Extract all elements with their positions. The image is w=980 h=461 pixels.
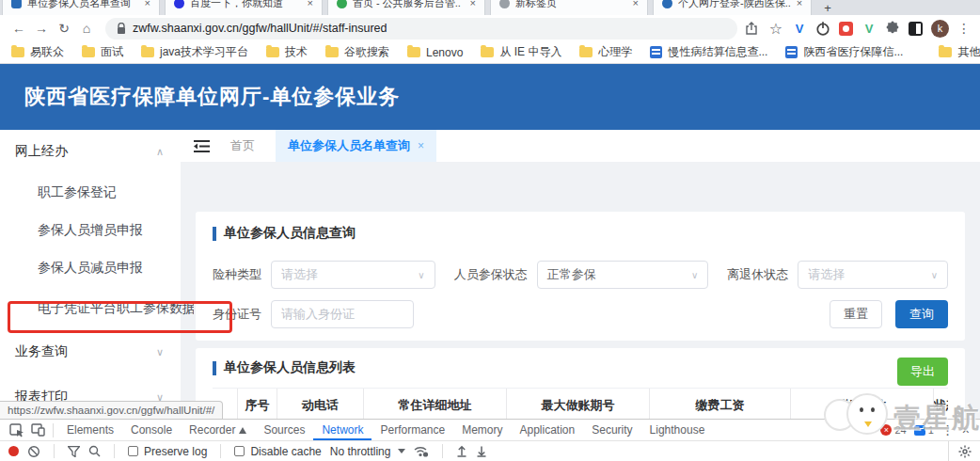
bookmark-folder[interactable]: 从 IE 中导入 [481, 44, 561, 60]
home-icon[interactable]: ⌂ [75, 17, 98, 40]
sidebar-item-remove-insured[interactable]: 参保人员减员申报 [0, 249, 181, 287]
url-bar[interactable]: zwfw.shaanxi.gov.cn/ggfw/hallUnit/#/staf… [105, 18, 737, 40]
devtools-tab-application[interactable]: Application [512, 420, 584, 440]
table-header-row: 序号 动电话 常住详细地址 最大做账期号 缴费工资 缴费基数 状态 [213, 388, 948, 419]
sidebar-group-online-handling[interactable]: 网上经办 ∧ [0, 130, 181, 173]
sidebar-item-label: 参保人员增员申报 [38, 222, 143, 239]
throttling-select[interactable]: No throttling [330, 445, 406, 458]
sidebar-item-evoucher-upload[interactable]: 电子凭证平台职工参保数据上报 [0, 287, 194, 329]
network-conditions-icon[interactable] [414, 445, 429, 457]
menu-fold-icon[interactable] [194, 139, 210, 153]
browser-tab-4[interactable]: 新标签页 × [490, 0, 648, 15]
forward-icon[interactable]: → [30, 17, 53, 40]
browser-tab-5[interactable]: 个人网厅登录-陕西医保.. × [653, 0, 812, 15]
bookmark-star-icon[interactable]: ☆ [768, 21, 783, 36]
tab-close-icon[interactable]: × [633, 0, 639, 8]
inspect-element-icon[interactable] [7, 421, 27, 439]
issues-counter[interactable]: 1 [914, 424, 934, 436]
divider [54, 444, 55, 458]
checkbox[interactable] [234, 446, 245, 456]
sidebar-item-add-insured[interactable]: 参保人员增员申报 [0, 212, 181, 249]
preserve-log-toggle[interactable]: Preserve log [128, 445, 207, 458]
search-icon[interactable] [88, 445, 101, 457]
view-tab-active[interactable]: 单位参保人员名单查询 × [276, 130, 436, 162]
gear-icon[interactable] [958, 445, 972, 458]
record-network-icon[interactable] [8, 446, 19, 456]
browser-tab-3[interactable]: 首页 - 公共服务后台管.. × [327, 0, 485, 15]
issues-icon [914, 425, 925, 436]
view-tab-close-icon[interactable]: × [418, 139, 424, 152]
filter-icon[interactable] [68, 446, 80, 457]
disable-cache-toggle[interactable]: Disable cache [234, 445, 321, 458]
retirement-status-select[interactable]: 请选择∨ [798, 261, 948, 289]
bookmark-folder[interactable]: Lenovo [407, 46, 463, 59]
bookmark-folder[interactable]: 心理学 [579, 44, 632, 60]
tab-close-icon[interactable]: × [308, 0, 313, 8]
browser-tab-1[interactable]: 单位参保人员名单查询 × [2, 0, 160, 15]
caret-down-icon: ∨ [418, 270, 424, 280]
bookmark-site[interactable]: 陕西省医疗保障信... [785, 44, 903, 60]
sidebar-group-business-query[interactable]: 业务查询 ∨ [0, 329, 181, 374]
red-extension-icon[interactable] [839, 22, 853, 36]
page-title: 陕西省医疗保障单位网厅-单位参保业务 [0, 64, 980, 130]
browser-menu-icon[interactable]: ⋮ [957, 21, 971, 36]
import-har-icon[interactable] [456, 445, 467, 457]
devtools-tab-console[interactable]: Console [122, 420, 181, 440]
table-col-period: 最大做账期号 [506, 389, 649, 419]
sidebar-item-label: 职工参保登记 [38, 184, 117, 201]
bookmark-folder[interactable]: java技术学习平台 [141, 44, 248, 60]
bookmark-folder[interactable]: 面试 [82, 44, 123, 60]
folder-icon [325, 47, 339, 57]
vue-devtools-icon[interactable]: V [861, 21, 877, 36]
view-tab-home[interactable]: 首页 [230, 137, 255, 154]
bookmark-folder[interactable]: 技术 [266, 44, 308, 60]
bw-extension-icon[interactable] [909, 22, 923, 36]
devtools-tab-network[interactable]: Network [313, 420, 371, 440]
tab-close-icon[interactable]: × [145, 0, 150, 8]
back-icon[interactable]: ← [8, 17, 30, 40]
devtools-tab-recorder[interactable]: Recorder [181, 420, 255, 440]
devtools-tab-memory[interactable]: Memory [453, 420, 511, 440]
share-icon[interactable] [745, 21, 760, 36]
sidebar-item-staff-register[interactable]: 职工参保登记 [0, 173, 181, 212]
divider [220, 444, 221, 458]
insured-status-select[interactable]: 正常参保∨ [537, 261, 709, 289]
devtools-tab-security[interactable]: Security [583, 420, 640, 440]
devtools-menu-icon[interactable]: ⋮ [941, 422, 955, 437]
address-bar: ← → ↻ ⌂ zwfw.shaanxi.gov.cn/ggfw/hallUni… [0, 15, 980, 41]
device-toolbar-icon[interactable] [27, 421, 48, 439]
devtools-tab-elements[interactable]: Elements [58, 420, 122, 440]
query-button[interactable]: 查询 [895, 300, 948, 328]
power-extension-icon[interactable] [815, 21, 830, 36]
browser-tab-2[interactable]: 百度一下，你就知道 × [165, 0, 323, 15]
lock-icon [117, 23, 126, 35]
insurance-type-select[interactable]: 请选择∨ [271, 261, 435, 289]
devtools-tab-lighthouse[interactable]: Lighthouse [641, 420, 714, 440]
checkbox[interactable] [128, 446, 138, 456]
bookmark-site[interactable]: 慢性病结算信息查... [650, 44, 767, 60]
reset-button[interactable]: 重置 [830, 300, 882, 328]
tab-close-icon[interactable]: × [797, 0, 802, 8]
devtools-toolbar-right: ×24 1 ⋮ × [880, 422, 973, 437]
export-har-icon[interactable] [476, 445, 487, 457]
reload-icon[interactable]: ↻ [53, 17, 75, 40]
profile-avatar[interactable]: k [931, 20, 949, 38]
error-counter[interactable]: ×24 [880, 424, 906, 436]
clear-network-icon[interactable] [27, 445, 40, 458]
extension-v-blue-icon[interactable]: V [792, 21, 807, 36]
other-bookmarks-button[interactable]: 其他书签 [939, 44, 980, 60]
field-label: 离退休状态 [727, 266, 788, 283]
export-button[interactable]: 导出 [897, 358, 948, 386]
devtools-tab-sources[interactable]: Sources [255, 420, 313, 440]
bookmark-folder[interactable]: 谷歌搜索 [325, 44, 389, 60]
bookmark-label: 陕西省医疗保障信... [803, 44, 903, 60]
site-favicon [785, 46, 798, 58]
new-tab-button[interactable]: + [816, 1, 839, 15]
devtools-tab-performance[interactable]: Performance [371, 420, 453, 440]
web-page: 陕西省医疗保障单位网厅-单位参保业务 网上经办 ∧ 职工参保登记 参保人员增员申… [0, 64, 980, 419]
id-number-input[interactable]: 请输入身份证 [271, 300, 414, 328]
devtools-close-icon[interactable]: × [962, 422, 970, 437]
bookmark-folder[interactable]: 易联众 [11, 44, 64, 60]
extensions-puzzle-icon[interactable] [885, 21, 900, 36]
tab-close-icon[interactable]: × [470, 0, 476, 8]
